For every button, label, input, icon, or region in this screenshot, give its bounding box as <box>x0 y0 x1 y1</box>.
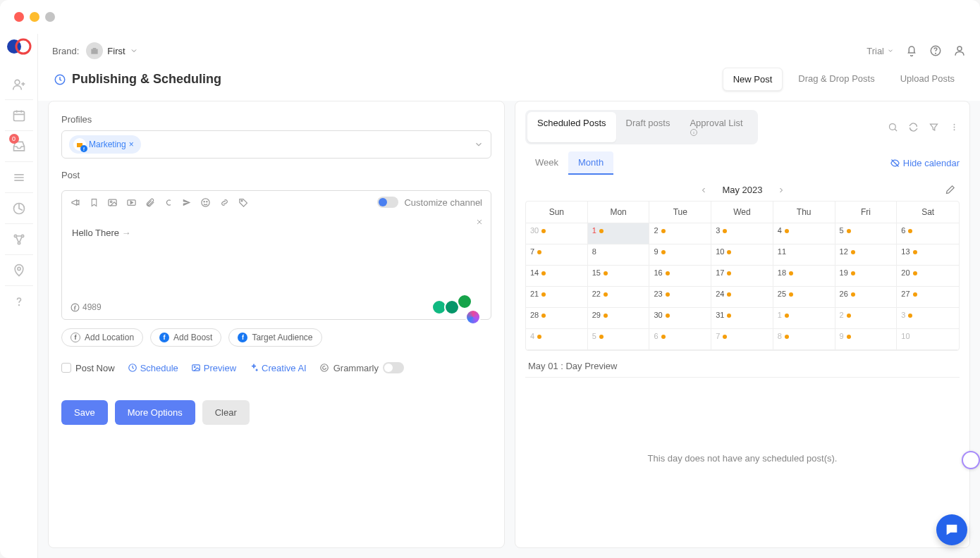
send-icon[interactable] <box>182 197 192 208</box>
calendar-cell[interactable]: 21 <box>526 287 588 308</box>
calendar-cell[interactable]: 3 <box>897 308 959 329</box>
calendar-cell[interactable]: 2 <box>649 223 711 244</box>
bell-icon[interactable] <box>905 44 918 57</box>
calendar-cell[interactable]: 27 <box>897 287 959 308</box>
grammarly-toggle[interactable] <box>383 362 404 373</box>
add-boost-chip[interactable]: f Add Boost <box>150 328 221 347</box>
calendar-cell[interactable]: 7 <box>526 244 588 266</box>
profile-chip-marketing[interactable]: f Marketing × <box>69 135 141 154</box>
calendar-cell[interactable]: 1 <box>773 308 835 329</box>
calendar-cell[interactable]: 30 <box>526 223 588 244</box>
megaphone-icon[interactable] <box>71 197 81 208</box>
nav-analytics[interactable] <box>5 193 33 224</box>
tab-draft-posts[interactable]: Draft posts <box>616 112 680 142</box>
minimize-window-button[interactable] <box>30 12 39 22</box>
calendar-cell[interactable]: 6 <box>649 329 711 350</box>
calendar-cell[interactable]: 24 <box>711 287 773 308</box>
calendar-cell[interactable]: 10 <box>897 329 959 350</box>
search-icon[interactable] <box>888 122 898 132</box>
calendar-cell[interactable]: 26 <box>835 287 898 308</box>
filter-icon[interactable] <box>929 122 939 132</box>
video-icon[interactable] <box>126 197 137 208</box>
image-icon[interactable] <box>107 197 118 208</box>
customize-channel-toggle[interactable] <box>377 197 398 208</box>
user-icon[interactable] <box>953 44 966 57</box>
assistant-icon-3[interactable] <box>457 294 472 309</box>
profile-chip-remove[interactable]: × <box>129 140 134 149</box>
calendar-cell[interactable]: 6 <box>897 223 959 244</box>
calendar-cell[interactable]: 20 <box>897 266 959 287</box>
brand-selector[interactable]: First <box>86 42 137 59</box>
nav-inbox[interactable]: 0 <box>5 131 33 162</box>
calendar-cell[interactable]: 17 <box>711 266 773 287</box>
tab-new-post[interactable]: New Post <box>723 68 783 91</box>
more-vert-icon[interactable] <box>949 122 960 132</box>
nav-calendar[interactable] <box>5 100 33 131</box>
post-now-checkbox[interactable]: Post Now <box>61 363 115 373</box>
calendar-cell[interactable]: 4 <box>526 329 588 350</box>
calendar-cell[interactable]: 3 <box>711 223 773 244</box>
nav-location[interactable] <box>5 255 33 286</box>
calendar-cell[interactable]: 2 <box>835 308 898 329</box>
save-button[interactable]: Save <box>61 400 108 425</box>
calendar-cell[interactable]: 4 <box>773 223 835 244</box>
calendar-cell[interactable]: 8 <box>588 244 650 266</box>
attachment-icon[interactable] <box>145 197 155 208</box>
clear-button[interactable]: Clear <box>202 400 250 425</box>
clear-text-icon[interactable] <box>475 218 484 226</box>
profiles-select[interactable]: f Marketing × <box>61 130 491 159</box>
hide-calendar-button[interactable]: Hide calendar <box>890 158 960 168</box>
calendar-cell[interactable]: 5 <box>588 329 650 350</box>
edit-calendar-icon[interactable] <box>945 185 955 195</box>
nav-add-user[interactable] <box>5 69 33 100</box>
calendar-cell[interactable]: 29 <box>588 308 650 329</box>
calendar-cell[interactable]: 10 <box>711 244 773 266</box>
next-month-button[interactable] <box>777 186 785 194</box>
refresh-icon[interactable] <box>908 122 919 132</box>
close-window-button[interactable] <box>14 12 24 22</box>
bookmark-icon[interactable] <box>90 197 99 208</box>
mini-assistant-fab[interactable] <box>962 451 980 469</box>
preview-link[interactable]: Preview <box>191 363 236 373</box>
creative-ai-link[interactable]: Creative AI <box>249 363 307 373</box>
calendar-cell[interactable]: 16 <box>649 266 711 287</box>
nav-menu[interactable] <box>5 162 33 193</box>
calendar-cell[interactable]: 8 <box>773 329 835 350</box>
calendar-cell[interactable]: 23 <box>649 287 711 308</box>
editor-body[interactable]: Hello There → 4989 <box>62 213 491 319</box>
calendar-cell[interactable]: 28 <box>526 308 588 329</box>
tab-scheduled-posts[interactable]: Scheduled Posts <box>527 112 616 142</box>
calendar-cell[interactable]: 12 <box>835 244 898 266</box>
calendar-cell[interactable]: 13 <box>897 244 959 266</box>
target-audience-chip[interactable]: f Target Audience <box>228 328 321 347</box>
view-month-tab[interactable]: Month <box>568 151 613 175</box>
calendar-cell[interactable]: 18 <box>773 266 835 287</box>
trial-dropdown[interactable]: Trial <box>866 46 894 56</box>
calendar-cell[interactable]: 15 <box>588 266 650 287</box>
calendar-cell[interactable]: 5 <box>835 223 898 244</box>
emoji-icon[interactable] <box>200 197 211 208</box>
tag-icon[interactable] <box>238 197 249 208</box>
view-week-tab[interactable]: Week <box>525 151 568 175</box>
link-icon[interactable] <box>219 197 230 208</box>
tab-approval-list[interactable]: Approval List <box>680 112 755 142</box>
add-location-chip[interactable]: f Add Location <box>61 328 143 347</box>
calendar-cell[interactable]: 14 <box>526 266 588 287</box>
maximize-window-button[interactable] <box>45 12 55 22</box>
canva-icon[interactable] <box>164 197 173 208</box>
calendar-cell[interactable]: 25 <box>773 287 835 308</box>
assistant-icon-4[interactable] <box>465 309 481 325</box>
calendar-cell[interactable]: 9 <box>835 329 898 350</box>
calendar-cell[interactable]: 11 <box>773 244 835 266</box>
calendar-cell[interactable]: 19 <box>835 266 898 287</box>
tab-drag-drop[interactable]: Drag & Drop Posts <box>788 68 884 91</box>
calendar-cell[interactable]: 9 <box>649 244 711 266</box>
nav-graph[interactable] <box>5 224 33 255</box>
calendar-cell[interactable]: 22 <box>588 287 650 308</box>
calendar-cell[interactable]: 1 <box>588 223 650 244</box>
calendar-cell[interactable]: 31 <box>711 308 773 329</box>
tab-upload[interactable]: Upload Posts <box>890 68 964 91</box>
calendar-cell[interactable]: 7 <box>711 329 773 350</box>
more-options-button[interactable]: More Options <box>115 400 195 425</box>
schedule-link[interactable]: Schedule <box>128 363 178 373</box>
